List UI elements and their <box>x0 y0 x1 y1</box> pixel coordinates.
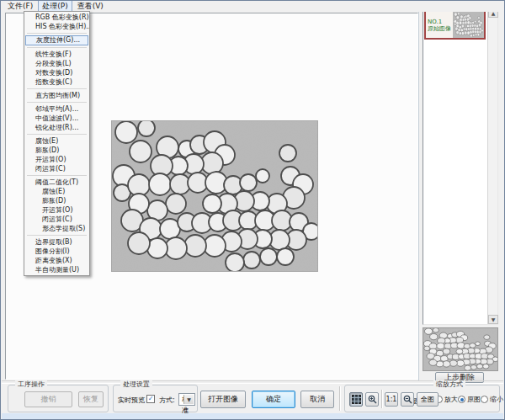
steps-group-label: 工序操作 <box>15 380 47 389</box>
result-preview-image <box>423 327 498 371</box>
scale-radio-label: 缩小 <box>490 395 503 404</box>
radio-icon <box>458 396 465 403</box>
actual-size-button[interactable]: 1:1 <box>385 392 398 407</box>
toolbar-divider <box>2 380 503 384</box>
scale-radio-label: 放大 <box>444 395 458 404</box>
undo-button[interactable]: 撤销 <box>24 391 72 407</box>
menu-item-5[interactable]: 线性变换(F) <box>24 50 89 59</box>
toolbar-separator <box>339 386 341 411</box>
menu-item-26[interactable]: 形态学提取(S) <box>24 224 89 233</box>
mode-combobox[interactable]: 标准 ▼ <box>178 393 195 406</box>
menu-item-23[interactable]: 膨胀(D) <box>24 196 89 205</box>
window-bottom-edge <box>2 413 503 420</box>
menu-separator <box>27 134 87 135</box>
process-menu-dropdown: RGB 色彩变换(R)...HIS 色彩变换(H)...灰度拉伸(G)...线性… <box>24 11 90 276</box>
ok-button[interactable]: 确定 <box>252 391 295 408</box>
scale-radio-2[interactable]: 缩小 <box>481 395 503 404</box>
menu-item-22[interactable]: 腐蚀(E) <box>24 187 89 196</box>
microscopy-image[interactable] <box>111 120 318 272</box>
menu-item-17[interactable]: 膨胀(D) <box>24 146 89 155</box>
menu-separator <box>27 102 87 103</box>
open-image-button[interactable]: 打开图像 <box>200 391 246 408</box>
menu-item-10[interactable]: 直方图均衡(M) <box>24 91 89 100</box>
menu-item-29[interactable]: 图像分割(I) <box>24 247 89 256</box>
app-window: 文件(F) 处理(P) 查看(V) RGB 色彩变换(R)...HIS 色彩变换… <box>0 0 505 420</box>
scale-radio-0[interactable]: 放大 <box>435 395 458 404</box>
menu-item-3[interactable]: 灰度拉伸(G)... <box>25 35 88 45</box>
menu-item-16[interactable]: 腐蚀(E) <box>24 136 89 146</box>
menu-item-30[interactable]: 距离变换(X) <box>24 256 89 265</box>
redo-button[interactable]: 恢复 <box>78 391 104 407</box>
live-preview-checkbox[interactable]: ✓ <box>146 395 155 403</box>
mode-label: 方式: <box>159 396 175 405</box>
process-group-label: 处理设置 <box>120 380 152 389</box>
menu-separator <box>27 175 87 176</box>
menu-item-28[interactable]: 边界提取(B) <box>24 237 89 247</box>
menu-item-31[interactable]: 半自动测量(U) <box>24 265 89 274</box>
menu-item-19[interactable]: 闭运算(C) <box>24 164 89 173</box>
menu-item-24[interactable]: 开运算(O) <box>24 205 89 215</box>
zoom-tools-separator <box>381 390 383 408</box>
menu-separator <box>27 88 87 89</box>
live-preview-label: 实时预览 <box>118 396 145 405</box>
down-arrow-icon[interactable]: ▼ <box>488 315 498 324</box>
grid-icon[interactable] <box>349 392 363 407</box>
scale-radio-1[interactable]: 原图 <box>458 395 481 404</box>
zoom-group-label: 缩放方式 <box>433 380 465 389</box>
menu-separator <box>27 235 87 236</box>
scale-radio-label: 原图 <box>467 395 481 404</box>
menu-separator <box>27 33 87 34</box>
history-item-thumbnail <box>453 12 484 38</box>
menu-item-14[interactable]: 锐化处理(R)... <box>24 123 89 132</box>
menu-item-21[interactable]: 阈值二值化(T) <box>24 178 89 187</box>
menu-item-7[interactable]: 对数变换(D) <box>24 68 89 77</box>
menu-item-25[interactable]: 闭运算(C) <box>24 215 89 224</box>
menu-item-13[interactable]: 中值滤波(V)... <box>24 114 89 123</box>
radio-icon <box>481 396 488 403</box>
zoom-in-icon[interactable] <box>365 392 379 407</box>
menu-item-8[interactable]: 指数变换(C) <box>24 77 89 87</box>
menu-separator <box>27 47 87 48</box>
zoom-out-icon[interactable] <box>401 392 414 407</box>
menu-item-12[interactable]: 邻域平均(A)... <box>24 104 89 114</box>
cancel-button[interactable]: 取消 <box>300 391 334 408</box>
history-item-label: NO.1 原始图像 <box>426 19 452 32</box>
fit-view-button[interactable]: 全图 <box>417 392 439 407</box>
history-item-selected[interactable]: NO.1 原始图像 <box>424 10 486 40</box>
history-listbox[interactable]: NO.1 原始图像 ▲ ▼ <box>423 8 498 325</box>
panel-divider <box>418 1 419 381</box>
menu-item-0[interactable]: RGB 色彩变换(R)... <box>24 13 89 22</box>
history-scrollbar[interactable]: ▲ ▼ <box>487 8 497 324</box>
menu-item-6[interactable]: 分段变换(L) <box>24 59 89 68</box>
menu-item-18[interactable]: 开运算(O) <box>24 155 89 164</box>
chevron-down-icon[interactable]: ▼ <box>183 395 194 404</box>
menu-item-1[interactable]: HIS 色彩变换(H)... <box>24 22 89 31</box>
